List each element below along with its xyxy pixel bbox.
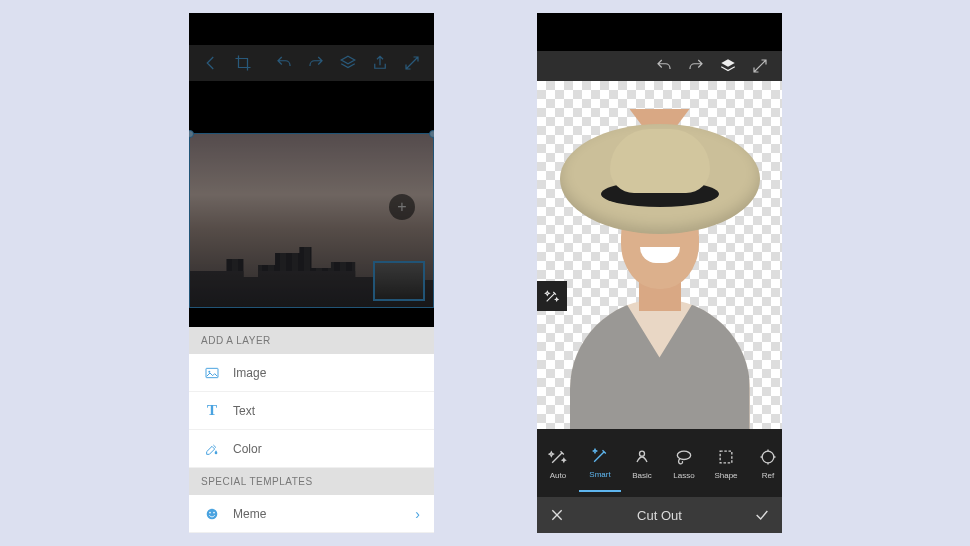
- tool-refine[interactable]: Ref: [747, 434, 782, 492]
- bottom-bar-title: Cut Out: [577, 508, 742, 523]
- panel-header-templates: SPECIAL TEMPLATES: [189, 468, 434, 495]
- tool-auto[interactable]: Auto: [537, 434, 579, 492]
- row-label: Image: [233, 366, 266, 380]
- text-icon: T: [203, 402, 221, 420]
- cutout-tool-strip: Auto Smart Basic Lasso Shape Ref: [537, 429, 782, 497]
- fullscreen-icon[interactable]: [398, 49, 426, 77]
- svg-marker-0: [341, 56, 355, 64]
- left-top-toolbar: [189, 45, 434, 81]
- svg-rect-1: [206, 368, 218, 377]
- selection-handle[interactable]: [429, 130, 434, 138]
- back-icon[interactable]: [197, 49, 225, 77]
- layer-thumbnail[interactable]: [373, 261, 425, 301]
- tool-shape[interactable]: Shape: [705, 434, 747, 492]
- tool-lasso[interactable]: Lasso: [663, 434, 705, 492]
- svg-point-7: [640, 451, 645, 456]
- chevron-right-icon: ›: [415, 506, 420, 522]
- color-icon: [203, 440, 221, 458]
- template-row-meme[interactable]: Meme ›: [189, 495, 434, 533]
- svg-point-4: [209, 511, 211, 513]
- layers-icon[interactable]: [334, 49, 362, 77]
- row-label: Color: [233, 442, 262, 456]
- svg-point-3: [207, 508, 218, 519]
- cancel-button[interactable]: [537, 507, 577, 523]
- undo-icon[interactable]: [650, 52, 678, 80]
- tool-basic[interactable]: Basic: [621, 434, 663, 492]
- meme-icon: [203, 505, 221, 523]
- confirm-button[interactable]: [742, 507, 782, 523]
- add-layer-row-color[interactable]: Color: [189, 430, 434, 468]
- right-top-toolbar: [537, 51, 782, 81]
- tool-label: Auto: [550, 471, 566, 480]
- add-layer-panel: ADD A LAYER Image T Text Color SPECIAL T…: [189, 327, 434, 533]
- undo-icon[interactable]: [270, 49, 298, 77]
- tool-label: Basic: [632, 471, 652, 480]
- left-canvas[interactable]: +: [189, 133, 434, 308]
- row-label: Meme: [233, 507, 266, 521]
- tool-label: Shape: [714, 471, 737, 480]
- cutout-subject: [555, 109, 765, 429]
- fullscreen-icon[interactable]: [746, 52, 774, 80]
- panel-header-add-layer: ADD A LAYER: [189, 327, 434, 354]
- cutout-bottom-bar: Cut Out: [537, 497, 782, 533]
- svg-marker-6: [721, 59, 735, 67]
- crop-icon[interactable]: [229, 49, 257, 77]
- svg-point-10: [762, 451, 774, 463]
- add-layer-fab[interactable]: +: [389, 194, 415, 220]
- magic-wand-side-button[interactable]: [537, 281, 567, 311]
- tool-label: Smart: [589, 470, 610, 479]
- add-layer-row-text[interactable]: T Text: [189, 392, 434, 430]
- add-layer-row-image[interactable]: Image: [189, 354, 434, 392]
- row-label: Text: [233, 404, 255, 418]
- redo-icon[interactable]: [682, 52, 710, 80]
- right-canvas[interactable]: [537, 81, 782, 429]
- share-icon[interactable]: [366, 49, 394, 77]
- redo-icon[interactable]: [302, 49, 330, 77]
- selection-handle[interactable]: [189, 130, 194, 138]
- image-icon: [203, 364, 221, 382]
- tool-label: Ref: [762, 471, 774, 480]
- tool-smart[interactable]: Smart: [579, 434, 621, 492]
- phone-left: + ADD A LAYER Image T Text Color SPECIAL…: [189, 13, 434, 533]
- svg-point-5: [213, 511, 215, 513]
- layers-icon[interactable]: [714, 52, 742, 80]
- tool-label: Lasso: [673, 471, 694, 480]
- phone-right: Auto Smart Basic Lasso Shape Ref Cut Out: [537, 13, 782, 533]
- svg-rect-9: [720, 451, 732, 463]
